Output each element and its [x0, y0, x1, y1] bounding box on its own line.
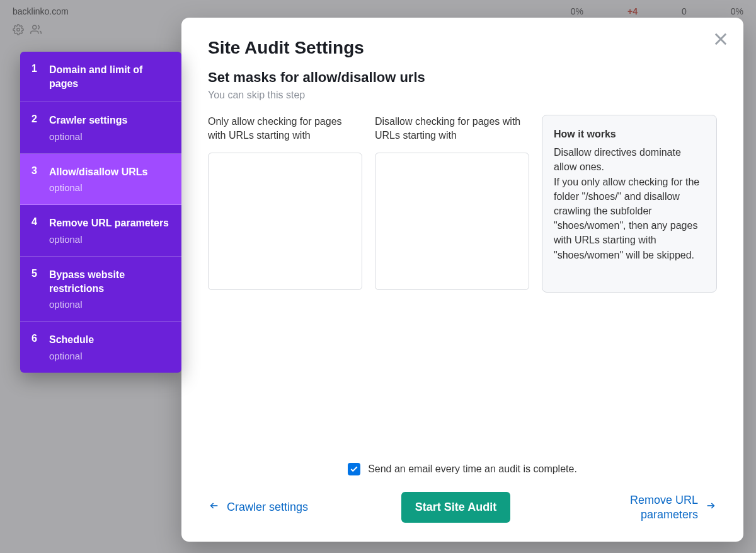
- back-link[interactable]: Crawler settings: [208, 501, 308, 514]
- step-title: Crawler settings: [49, 114, 170, 127]
- how-it-works-box: How it works Disallow directives dominat…: [542, 115, 717, 293]
- step-title: Remove URL parameters: [49, 216, 170, 230]
- arrow-right-icon: [704, 501, 717, 514]
- allow-urls-input[interactable]: [208, 153, 362, 290]
- step-number: 2: [32, 114, 49, 142]
- modal-subtitle: Set masks for allow/disallow urls: [208, 69, 717, 86]
- step-number: 5: [32, 268, 49, 310]
- wizard-step-6[interactable]: 6Scheduleoptional: [20, 322, 181, 373]
- step-number: 1: [32, 63, 49, 90]
- disallow-urls-label: Disallow checking for pages with URLs st…: [375, 115, 529, 144]
- allow-urls-label: Only allow checking for pages with URLs …: [208, 115, 362, 144]
- wizard-sidebar: 1Domain and limit of pages2Crawler setti…: [20, 52, 181, 373]
- start-site-audit-button[interactable]: Start Site Audit: [401, 492, 510, 523]
- site-audit-settings-modal: Site Audit Settings Set masks for allow/…: [181, 18, 743, 542]
- arrow-left-icon: [208, 501, 220, 514]
- step-title: Domain and limit of pages: [49, 63, 170, 90]
- next-link[interactable]: Remove URL parameters: [604, 493, 717, 521]
- step-number: 6: [32, 333, 49, 361]
- wizard-step-4[interactable]: 4Remove URL parametersoptional: [20, 205, 181, 257]
- email-checkbox[interactable]: [348, 463, 360, 475]
- modal-title: Site Audit Settings: [208, 38, 717, 58]
- wizard-step-2[interactable]: 2Crawler settingsoptional: [20, 102, 181, 154]
- disallow-urls-input[interactable]: [375, 153, 529, 290]
- info-body: Disallow directives dominate allow ones.…: [554, 145, 705, 262]
- next-link-label: Remove URL parameters: [604, 493, 698, 521]
- wizard-step-5[interactable]: 5Bypass website restrictionsoptional: [20, 257, 181, 322]
- step-title: Bypass website restrictions: [49, 268, 170, 295]
- back-link-label: Crawler settings: [227, 501, 308, 514]
- step-subtitle: optional: [49, 131, 170, 142]
- step-title: Schedule: [49, 333, 170, 347]
- info-title: How it works: [554, 127, 705, 141]
- modal-help: You can skip this step: [208, 90, 717, 101]
- step-number: 3: [32, 165, 49, 194]
- wizard-step-3[interactable]: 3Allow/disallow URLsoptional: [20, 154, 181, 206]
- step-title: Allow/disallow URLs: [49, 165, 170, 179]
- step-subtitle: optional: [49, 299, 170, 310]
- wizard-step-1[interactable]: 1Domain and limit of pages: [20, 52, 181, 102]
- step-subtitle: optional: [49, 234, 170, 245]
- step-subtitle: optional: [49, 351, 170, 361]
- step-number: 4: [32, 216, 49, 245]
- step-subtitle: optional: [49, 182, 170, 193]
- close-icon[interactable]: [712, 30, 730, 48]
- email-label: Send an email every time an audit is com…: [368, 463, 577, 475]
